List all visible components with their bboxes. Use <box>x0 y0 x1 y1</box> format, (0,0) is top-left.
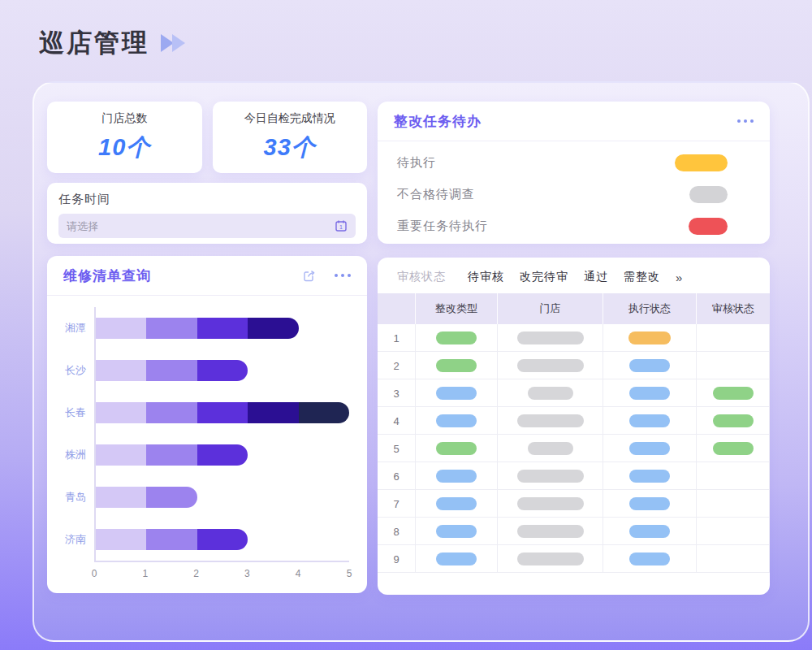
table-row[interactable]: 6 <box>378 462 770 490</box>
table-row[interactable]: 3 <box>378 379 770 407</box>
chart-bar-segment <box>146 318 197 339</box>
right-column: 整改任务待办 待执行不合格待调查重要任务待执行 审核状态 待审核改完待审通过需整… <box>378 102 770 595</box>
table-cell <box>416 324 498 352</box>
table-cell <box>416 379 498 407</box>
main-panel: 门店总数 10个 今日自检完成情况 33个 任务时间 <box>32 81 810 642</box>
table-header-row: 整改类型门店执行状态审核状态 <box>378 293 770 324</box>
table-cell <box>603 379 697 407</box>
table-row[interactable]: 2 <box>378 352 770 379</box>
more-dots-icon[interactable] <box>335 274 351 277</box>
table-cell <box>603 518 697 545</box>
chart-bar-track <box>94 349 349 392</box>
table-cell <box>697 324 770 352</box>
status-pill <box>628 332 671 344</box>
table-cell <box>498 324 603 352</box>
status-pill <box>629 497 670 510</box>
status-pill <box>517 552 584 566</box>
table-cell <box>697 462 770 490</box>
todo-item[interactable]: 重要任务待执行 <box>378 210 770 242</box>
chart-bar-segment <box>146 402 197 423</box>
task-time-picker[interactable]: 1 <box>58 214 356 238</box>
chart-row: 青岛 <box>57 476 349 518</box>
chart-category-label: 株洲 <box>57 448 94 462</box>
chart-bar-segment <box>146 444 197 466</box>
table-cell <box>697 518 770 545</box>
status-pill <box>436 525 477 538</box>
table-cell <box>498 545 603 573</box>
repair-bar-chart: 湘潭长沙长春株洲青岛济南 012345 <box>47 296 367 582</box>
filter-more-chevron[interactable]: » <box>676 271 682 284</box>
status-pill <box>629 552 670 566</box>
table-cell <box>498 379 603 407</box>
table-cell <box>603 462 697 490</box>
review-table-card: 审核状态 待审核改完待审通过需整改 » 整改类型门店执行状态审核状态 12345… <box>378 258 770 595</box>
chart-bar[interactable] <box>96 360 349 381</box>
task-time-input[interactable] <box>67 220 335 232</box>
todo-item[interactable]: 待执行 <box>378 147 770 179</box>
table-row[interactable]: 4 <box>378 407 770 435</box>
table-row[interactable]: 9 <box>378 545 770 573</box>
table-cell <box>416 435 498 462</box>
repair-card-title: 维修清单查询 <box>63 266 151 285</box>
chart-bar-segment <box>146 360 197 381</box>
chart-bar-segment <box>197 360 248 381</box>
page-header: 巡店管理 <box>39 26 185 60</box>
chart-category-label: 济南 <box>57 532 94 547</box>
table-cell <box>697 545 770 573</box>
chart-bar[interactable] <box>96 529 349 550</box>
chart-bar-segment <box>197 444 248 466</box>
stat-value: 33个 <box>264 132 316 164</box>
review-filter-option[interactable]: 需整改 <box>624 270 660 284</box>
table-row[interactable]: 7 <box>378 490 770 518</box>
chart-bar[interactable] <box>96 444 349 466</box>
more-dots-icon[interactable] <box>737 119 754 123</box>
status-pill <box>517 525 584 538</box>
table-cell <box>416 407 498 435</box>
chart-row: 湘潭 <box>57 307 349 349</box>
table-row[interactable]: 8 <box>378 518 770 545</box>
task-time-label: 任务时间 <box>58 192 356 207</box>
share-icon[interactable] <box>302 268 317 283</box>
status-pill <box>528 442 573 455</box>
status-pill <box>517 470 584 483</box>
table-cell <box>498 407 603 435</box>
status-pill <box>436 332 477 344</box>
status-pill <box>436 414 477 427</box>
table-header-cell: 执行状态 <box>603 293 697 324</box>
todo-item[interactable]: 不合格待调查 <box>378 179 770 210</box>
table-cell <box>498 518 603 545</box>
todo-card-title: 整改任务待办 <box>394 112 482 131</box>
status-pill <box>629 442 670 455</box>
chart-x-tick: 1 <box>142 568 148 579</box>
table-cell <box>697 407 770 435</box>
status-pill <box>629 470 670 483</box>
chart-category-label: 青岛 <box>57 490 94 505</box>
left-column: 门店总数 10个 今日自检完成情况 33个 任务时间 <box>47 102 367 595</box>
chart-bar-segment <box>248 318 298 339</box>
chart-bar[interactable] <box>96 402 349 423</box>
table-row[interactable]: 5 <box>378 435 770 462</box>
table-cell <box>416 490 498 518</box>
review-filter-option[interactable]: 通过 <box>584 270 608 284</box>
chart-row: 济南 <box>57 518 349 561</box>
chart-bar[interactable] <box>96 318 349 339</box>
calendar-icon[interactable]: 1 <box>335 219 348 232</box>
chart-bar-track <box>94 307 349 349</box>
chart-row: 株洲 <box>57 434 349 476</box>
chart-category-label: 长沙 <box>57 363 94 378</box>
chart-bar[interactable] <box>96 487 349 508</box>
status-pill <box>436 497 477 510</box>
table-cell <box>603 545 697 573</box>
table-header-cell-index <box>378 293 416 324</box>
task-time-card: 任务时间 1 <box>47 183 367 244</box>
table-row[interactable]: 1 <box>378 324 770 352</box>
review-filter-option[interactable]: 待审核 <box>468 270 504 284</box>
chart-bar-segment <box>197 402 248 423</box>
chart-bar-segment <box>299 402 349 423</box>
status-pill <box>629 414 670 427</box>
review-filter-option[interactable]: 改完待审 <box>520 270 568 284</box>
table-cell <box>498 435 603 462</box>
table-cell <box>416 352 498 379</box>
status-pill <box>629 387 670 400</box>
chart-bar-track <box>94 518 349 561</box>
